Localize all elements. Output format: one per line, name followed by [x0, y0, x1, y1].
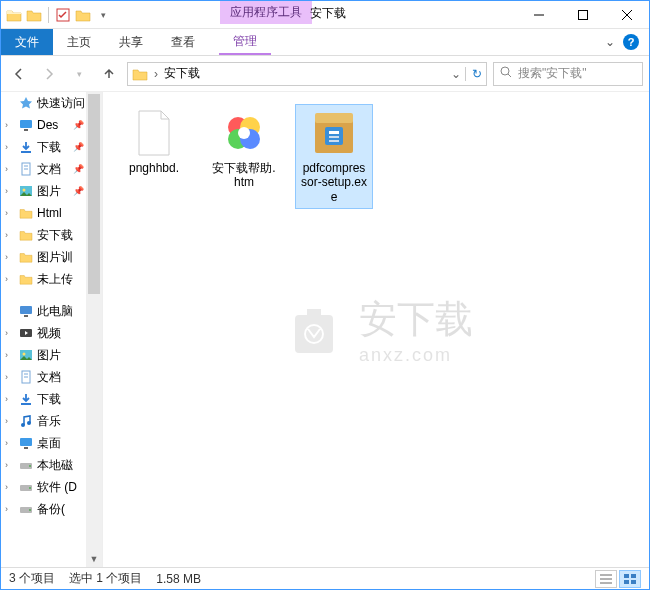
sidebar-item[interactable]: ›文档 [1, 366, 87, 388]
sidebar-item[interactable]: ›未上传 [1, 268, 87, 290]
expand-icon[interactable]: › [5, 394, 15, 404]
sidebar-item-label: 未上传 [37, 271, 73, 288]
svg-rect-50 [624, 580, 629, 584]
properties-icon[interactable] [54, 6, 72, 24]
expand-icon[interactable]: › [5, 274, 15, 284]
folder-icon [18, 227, 34, 243]
drive-icon [18, 457, 34, 473]
address-dropdown-icon[interactable]: ⌄ [451, 67, 461, 81]
tab-file[interactable]: 文件 [1, 29, 53, 55]
svg-rect-44 [329, 140, 339, 142]
sidebar-item[interactable]: ›图片训 [1, 246, 87, 268]
help-icon[interactable]: ? [623, 34, 639, 50]
svg-rect-16 [24, 315, 28, 317]
new-folder-icon[interactable] [74, 6, 92, 24]
expand-icon[interactable]: › [5, 120, 15, 130]
sidebar-item[interactable]: ›Des📌 [1, 114, 87, 136]
svg-rect-8 [24, 129, 28, 131]
file-item[interactable]: pnghhbd. [115, 104, 193, 209]
svg-rect-9 [21, 151, 31, 153]
search-icon [500, 66, 512, 81]
expand-icon[interactable]: › [5, 460, 15, 470]
body: 快速访问 ›Des📌›下载📌›文档📌›图片📌›Html›安下载›图片训›未上传 … [1, 92, 649, 567]
qat-dropdown-icon[interactable]: ▾ [94, 6, 112, 24]
tab-manage[interactable]: 管理 [219, 29, 271, 55]
tab-view[interactable]: 查看 [157, 29, 209, 55]
expand-icon[interactable]: › [5, 164, 15, 174]
expand-icon[interactable]: › [5, 372, 15, 382]
breadcrumb-segment[interactable]: 安下载 [164, 65, 200, 82]
expand-icon[interactable]: › [5, 208, 15, 218]
expand-icon[interactable]: › [5, 438, 15, 448]
watermark-text: 安下载 [359, 294, 473, 345]
expand-icon[interactable]: › [5, 142, 15, 152]
expand-icon[interactable]: › [5, 504, 15, 514]
sidebar-item[interactable]: ›桌面 [1, 432, 87, 454]
sidebar-item-label: Des [37, 118, 58, 132]
expand-icon[interactable]: › [5, 350, 15, 360]
expand-icon[interactable]: › [5, 328, 15, 338]
expand-icon[interactable]: › [5, 482, 15, 492]
scrollbar-thumb[interactable] [88, 94, 100, 294]
back-button[interactable] [7, 62, 31, 86]
svg-point-38 [238, 127, 250, 139]
sidebar-item[interactable]: ›图片📌 [1, 180, 87, 202]
search-input[interactable]: 搜索"安下载" [493, 62, 643, 86]
sidebar-item[interactable]: ›音乐 [1, 410, 87, 432]
icons-view-button[interactable] [619, 570, 641, 588]
pin-icon: 📌 [73, 164, 84, 174]
details-view-button[interactable] [595, 570, 617, 588]
maximize-button[interactable] [561, 1, 605, 28]
sidebar-item[interactable]: ›安下载 [1, 224, 87, 246]
refresh-button[interactable]: ↻ [465, 67, 482, 81]
minimize-button[interactable] [517, 1, 561, 28]
scroll-down-icon[interactable]: ▼ [86, 551, 102, 567]
recent-dropdown-icon[interactable]: ▾ [67, 62, 91, 86]
file-list[interactable]: pnghhbd.安下载帮助.htmpdfcompressor-setup.exe… [103, 92, 649, 567]
file-item[interactable]: 安下载帮助.htm [205, 104, 283, 209]
svg-rect-42 [329, 131, 339, 134]
svg-line-6 [508, 74, 511, 77]
forward-button[interactable] [37, 62, 61, 86]
ribbon-expand-icon[interactable]: ⌄ [605, 35, 615, 49]
sidebar-quick-access[interactable]: 快速访问 [1, 92, 87, 114]
navigation-bar: ▾ › 安下载 ⌄ ↻ 搜索"安下载" [1, 56, 649, 92]
folder-icon [132, 67, 148, 81]
sidebar-item[interactable]: ›下载 [1, 388, 87, 410]
expand-icon[interactable]: › [5, 230, 15, 240]
sidebar-item[interactable]: ›备份( [1, 498, 87, 520]
folder-icon [18, 205, 34, 221]
sidebar-item[interactable]: ›图片 [1, 344, 87, 366]
tab-share[interactable]: 共享 [105, 29, 157, 55]
sidebar-item[interactable]: ›下载📌 [1, 136, 87, 158]
file-icon [310, 109, 358, 157]
sidebar-item[interactable]: ›视频 [1, 322, 87, 344]
navigation-pane: 快速访问 ›Des📌›下载📌›文档📌›图片📌›Html›安下载›图片训›未上传 … [1, 92, 103, 567]
svg-point-25 [27, 421, 31, 425]
up-button[interactable] [97, 62, 121, 86]
expand-icon[interactable]: › [5, 186, 15, 196]
sidebar-item[interactable]: ›本地磁 [1, 454, 87, 476]
expand-icon[interactable]: › [5, 416, 15, 426]
sidebar-this-pc[interactable]: 此电脑 [1, 300, 87, 322]
address-bar[interactable]: › 安下载 ⌄ ↻ [127, 62, 487, 86]
document-icon [18, 161, 34, 177]
video-icon [18, 325, 34, 341]
pin-icon: 📌 [73, 186, 84, 196]
close-button[interactable] [605, 1, 649, 28]
drive-icon [18, 501, 34, 517]
sidebar-item[interactable]: ›软件 (D [1, 476, 87, 498]
tab-home[interactable]: 主页 [53, 29, 105, 55]
svg-rect-2 [579, 10, 588, 19]
expand-icon[interactable]: › [5, 252, 15, 262]
computer-icon [18, 303, 34, 319]
sidebar-item[interactable]: ›文档📌 [1, 158, 87, 180]
svg-point-33 [29, 509, 31, 511]
chevron-right-icon[interactable]: › [154, 67, 158, 81]
svg-rect-48 [624, 574, 629, 578]
scrollbar[interactable]: ▲ ▼ [86, 92, 102, 567]
file-item[interactable]: pdfcompressor-setup.exe [295, 104, 373, 209]
sidebar-item[interactable]: ›Html [1, 202, 87, 224]
sidebar-item-label: 本地磁 [37, 457, 73, 474]
svg-rect-15 [20, 306, 32, 314]
